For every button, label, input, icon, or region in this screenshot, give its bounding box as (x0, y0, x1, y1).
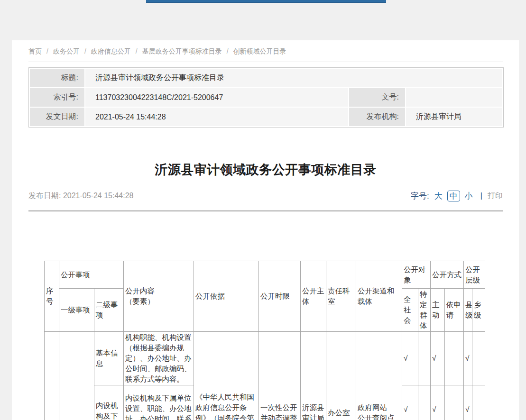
controls-separator: | (480, 192, 482, 200)
breadcrumb-separator: / (136, 47, 138, 55)
article-divider (28, 210, 503, 211)
article-info-row: 发布日期: 2021-05-24 15:44:28 字号: 大 中 小 | 打印 (28, 190, 503, 201)
check-quanshehui-row1: √ (402, 385, 418, 420)
header-yishenqing: 依申请 (445, 289, 464, 332)
check-yishenqing-row1 (445, 385, 464, 420)
breadcrumb-home[interactable]: 首页 (28, 47, 42, 55)
cell-qudao: 政府网站 公开查阅点 (356, 332, 402, 420)
font-size-large-button[interactable]: 大 (434, 191, 443, 201)
font-size-controls: 字号: 大 中 小 | 打印 (411, 191, 503, 201)
header-zhuti: 公开主体 (301, 261, 326, 332)
breadcrumb-xinxi[interactable]: 政府信息公开 (91, 47, 131, 55)
breadcrumb-separator: / (84, 47, 86, 55)
breadcrumb-divider (28, 62, 503, 62)
cell-erji-row0: 基本信息 (94, 332, 124, 385)
check-xianji-row0: √ (464, 332, 472, 385)
cell-erji-row1: 内设机构及下属事业单位信息 (94, 385, 124, 420)
header-xianji: 县级 (464, 289, 472, 332)
header-zhudong: 主动 (431, 289, 445, 332)
cell-yiju: 《中华人民共和国政府信息公开条例》（国务院令第711号） (194, 332, 259, 420)
header-teding: 特定群体 (418, 289, 431, 332)
check-xiangji-row1 (472, 385, 485, 420)
breadcrumb-jiceng[interactable]: 基层政务公开事项标准目录 (142, 47, 222, 55)
cell-yiji (59, 332, 94, 420)
breadcrumb-separator: / (46, 47, 48, 55)
font-size-label: 字号: (411, 191, 429, 201)
check-teding-row1 (418, 385, 431, 420)
header-erji: 二级事项 (94, 289, 124, 332)
publish-date-value: 2021-05-24 15:44:28 (63, 192, 134, 200)
cell-neirong-row1: 内设机构及下属单位设置、职能、办公地址、办公时间、联系方式、负责人姓名等内容。 (124, 385, 194, 420)
meta-date-value: 2021-05-24 15:44:28 (85, 108, 348, 126)
breadcrumb-zhengwu[interactable]: 政务公开 (53, 47, 80, 55)
meta-row-date: 发文日期: 2021-05-24 15:44:28 发布机构: 沂源县审计局 (30, 108, 502, 126)
header-quanshehui: 全社会 (402, 289, 418, 332)
catalog-header-row-1: 序号 公开事项 公开内容 （要素） 公开依据 公开时限 公开主体 责任科室 公开… (45, 261, 485, 289)
meta-index-label: 索引号: (30, 88, 84, 107)
header-gongkai-shixiang: 公开事项 (59, 261, 124, 289)
font-size-medium-button[interactable]: 中 (447, 191, 460, 201)
meta-row-title: 标题: 沂源县审计领域政务公开事项标准目录 (30, 69, 502, 87)
header-fangshi: 公开方式 (431, 261, 464, 289)
check-quanshehui-row0: √ (402, 332, 418, 385)
document-meta-table: 标题: 沂源县审计领域政务公开事项标准目录 索引号: 1137032300422… (28, 67, 504, 128)
print-button[interactable]: 打印 (488, 191, 503, 201)
meta-row-index: 索引号: 11370323004223148C/2021-5200647 文号: (30, 88, 502, 107)
meta-index-value: 11370323004223148C/2021-5200647 (85, 88, 348, 107)
meta-docnum-label: 文号: (349, 88, 405, 107)
header-xiangji: 乡级 (472, 289, 485, 332)
check-zhudong-row1: √ (431, 385, 445, 420)
header-cengji: 公开层级 (464, 261, 485, 289)
header-qudao: 公开渠道和载体 (356, 261, 402, 332)
header-duixiang: 公开对象 (402, 261, 431, 289)
header-yiji: 一级事项 (59, 289, 94, 332)
header-yiju: 公开依据 (194, 261, 259, 332)
breadcrumb-current[interactable]: 创新领域公开目录 (233, 47, 286, 55)
meta-docnum-value (406, 88, 502, 107)
content-card: 首页/政务公开/政府信息公开/基层政务公开事项标准目录/创新领域公开目录 标题:… (12, 40, 519, 420)
breadcrumb: 首页/政务公开/政府信息公开/基层政务公开事项标准目录/创新领域公开目录 (28, 40, 503, 55)
page-title: 沂源县审计领域政务公开事项标准目录 (28, 162, 503, 178)
check-zhudong-row0: √ (431, 332, 445, 385)
meta-title-label: 标题: (30, 69, 84, 87)
font-size-small-button[interactable]: 小 (465, 191, 473, 201)
check-teding-row0 (418, 332, 431, 385)
check-yishenqing-row0 (445, 332, 464, 385)
cell-shixian: 一次性公开并动态调整 (259, 332, 301, 420)
check-xianji-row1: √ (464, 385, 472, 420)
publish-date-label: 发布日期: (28, 192, 61, 200)
header-shixian: 公开时限 (259, 261, 301, 332)
header-xuhao: 序号 (45, 261, 59, 332)
publish-date: 发布日期: 2021-05-24 15:44:28 (28, 191, 133, 201)
top-nav-bar-fragment (146, 0, 386, 3)
cell-xuhao (45, 332, 59, 420)
catalog-table: 序号 公开事项 公开内容 （要素） 公开依据 公开时限 公开主体 责任科室 公开… (44, 261, 485, 420)
meta-date-label: 发文日期: (30, 108, 84, 126)
cell-zhuti: 沂源县审计局 (301, 332, 326, 420)
cell-neirong-row0: 机构职能、机构设置（根据县委编办规定）、办公地址、办公时间、邮政编码、联系方式等… (124, 332, 194, 385)
meta-title-value: 沂源县审计领域政务公开事项标准目录 (85, 69, 502, 87)
catalog-row-basic-info: 基本信息 机构职能、机构设置（根据县委编办规定）、办公地址、办公时间、邮政编码、… (45, 332, 485, 385)
breadcrumb-separator: / (227, 47, 229, 55)
header-keshi: 责任科室 (326, 261, 356, 332)
meta-agency-label: 发布机构: (349, 108, 405, 126)
cell-keshi: 办公室 (326, 332, 356, 420)
meta-agency-value: 沂源县审计局 (406, 108, 502, 126)
check-xiangji-row0 (472, 332, 485, 385)
header-neirong: 公开内容 （要素） (124, 261, 194, 332)
